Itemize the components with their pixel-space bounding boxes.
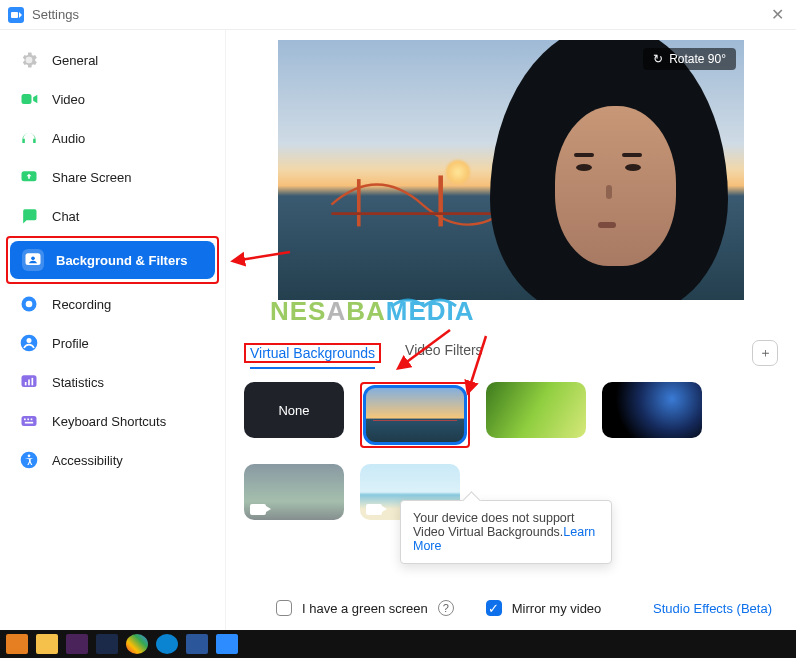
green-screen-checkbox[interactable]: [276, 600, 292, 616]
svg-point-18: [28, 455, 31, 458]
headphones-icon: [18, 127, 40, 149]
taskbar-word-icon[interactable]: [186, 634, 208, 654]
unsupported-tooltip: Your device does not support Video Virtu…: [400, 500, 612, 564]
svg-rect-13: [24, 419, 26, 421]
statistics-icon: [18, 371, 40, 393]
background-thumb-grass[interactable]: [486, 382, 586, 438]
rotate-90-button[interactable]: ↻ Rotate 90°: [643, 48, 736, 70]
video-indicator-icon: [250, 504, 266, 515]
gear-icon: [18, 49, 40, 71]
footer-options: I have a green screen ? ✓ Mirror my vide…: [276, 600, 772, 616]
share-screen-icon: [18, 166, 40, 188]
tab-virtual-backgrounds[interactable]: Virtual Backgrounds: [250, 345, 375, 369]
background-thumb-none[interactable]: None: [244, 382, 344, 438]
chat-icon: [18, 205, 40, 227]
background-thumb-golden-gate[interactable]: [365, 387, 465, 443]
sidebar-item-label: Statistics: [52, 375, 104, 390]
sidebar-item-label: Recording: [52, 297, 111, 312]
close-icon[interactable]: ✕: [767, 1, 788, 28]
keyboard-icon: [18, 410, 40, 432]
video-preview: ↻ Rotate 90°: [278, 40, 744, 300]
video-indicator-icon: [366, 504, 382, 515]
sidebar-item-accessibility[interactable]: Accessibility: [6, 441, 219, 479]
watermark: NESABAMEDIA: [270, 296, 475, 327]
sidebar-item-keyboard-shortcuts[interactable]: Keyboard Shortcuts: [6, 402, 219, 440]
settings-sidebar: General Video Audio Share Screen Chat Ba…: [0, 30, 226, 630]
taskbar-premiere-icon[interactable]: [66, 634, 88, 654]
background-tabs: Virtual Backgrounds Video Filters ＋: [244, 340, 778, 366]
background-thumb-earth[interactable]: [602, 382, 702, 438]
studio-effects-link[interactable]: Studio Effects (Beta): [653, 601, 772, 616]
svg-rect-0: [22, 94, 32, 104]
taskbar-folder-icon[interactable]: [36, 634, 58, 654]
svg-rect-15: [31, 419, 33, 421]
sidebar-item-label: Video: [52, 92, 85, 107]
sidebar-item-general[interactable]: General: [6, 41, 219, 79]
sidebar-item-label: Accessibility: [52, 453, 123, 468]
sidebar-item-label: Background & Filters: [56, 253, 187, 268]
tooltip-text: Your device does not support Video Virtu…: [413, 511, 574, 539]
svg-rect-12: [22, 416, 37, 426]
add-background-button[interactable]: ＋: [752, 340, 778, 366]
svg-point-3: [31, 257, 35, 261]
background-thumb-aurora-video[interactable]: [244, 464, 344, 520]
sidebar-item-recording[interactable]: Recording: [6, 285, 219, 323]
taskbar-chrome-icon[interactable]: [126, 634, 148, 654]
taskbar-photoshop-icon[interactable]: [96, 634, 118, 654]
video-icon: [18, 88, 40, 110]
annotation-tab-highlight: Virtual Backgrounds: [244, 343, 381, 363]
sidebar-item-audio[interactable]: Audio: [6, 119, 219, 157]
sidebar-item-background-filters[interactable]: Background & Filters: [10, 241, 215, 279]
windows-taskbar: [0, 630, 796, 658]
sidebar-item-chat[interactable]: Chat: [6, 197, 219, 235]
sidebar-item-label: Keyboard Shortcuts: [52, 414, 166, 429]
plus-icon: ＋: [759, 344, 772, 362]
tab-video-filters[interactable]: Video Filters: [405, 342, 483, 364]
rotate-icon: ↻: [653, 52, 663, 66]
svg-point-5: [26, 301, 33, 308]
zoom-app-icon: [8, 7, 24, 23]
green-screen-label: I have a green screen: [302, 601, 428, 616]
titlebar: Settings ✕: [0, 0, 796, 30]
background-icon: [22, 249, 44, 271]
annotation-sidebar-highlight: Background & Filters: [6, 236, 219, 284]
taskbar-vlc-icon[interactable]: [6, 634, 28, 654]
sidebar-item-statistics[interactable]: Statistics: [6, 363, 219, 401]
annotation-thumb-highlight: [360, 382, 470, 448]
sidebar-item-label: Share Screen: [52, 170, 132, 185]
sidebar-item-label: Chat: [52, 209, 79, 224]
sidebar-item-label: General: [52, 53, 98, 68]
sidebar-item-share-screen[interactable]: Share Screen: [6, 158, 219, 196]
sidebar-item-video[interactable]: Video: [6, 80, 219, 118]
rotate-label: Rotate 90°: [669, 52, 726, 66]
taskbar-zoom-icon[interactable]: [216, 634, 238, 654]
svg-point-7: [27, 338, 32, 343]
sidebar-item-profile[interactable]: Profile: [6, 324, 219, 362]
sidebar-item-label: Audio: [52, 131, 85, 146]
svg-rect-14: [27, 419, 29, 421]
svg-rect-11: [32, 378, 34, 386]
taskbar-edge-icon[interactable]: [156, 634, 178, 654]
mirror-video-checkbox[interactable]: ✓: [486, 600, 502, 616]
svg-rect-9: [25, 382, 27, 385]
thumb-none-label: None: [278, 403, 309, 418]
svg-rect-16: [25, 422, 33, 424]
accessibility-icon: [18, 449, 40, 471]
window-title: Settings: [32, 7, 79, 22]
profile-icon: [18, 332, 40, 354]
recording-icon: [18, 293, 40, 315]
help-icon[interactable]: ?: [438, 600, 454, 616]
mirror-video-label: Mirror my video: [512, 601, 602, 616]
sidebar-item-label: Profile: [52, 336, 89, 351]
svg-rect-10: [28, 380, 30, 386]
